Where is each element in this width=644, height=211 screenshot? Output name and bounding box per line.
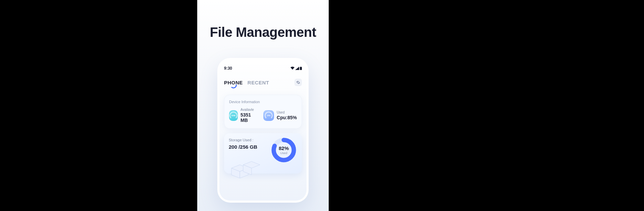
cpu-label: Used [277, 111, 297, 114]
ram-label: Availavle [240, 108, 256, 112]
ram-icon: RAM [229, 110, 238, 121]
wifi-icon [290, 67, 294, 70]
cpu-icon: CPU [263, 110, 274, 121]
tab-recent[interactable]: RECENT [248, 80, 269, 85]
app-promo-panel: File Management 9:30 PHONE RECENT Device [197, 0, 329, 211]
device-info-title: Device Information [229, 100, 297, 104]
device-info-card: Device Information RAM Availavle 5351 MB [224, 95, 302, 129]
tab-bar: PHONE RECENT [224, 79, 302, 86]
status-bar: 9:30 [224, 64, 302, 73]
ram-metric: RAM Availavle 5351 MB [229, 108, 256, 123]
tab-phone[interactable]: PHONE [224, 80, 243, 85]
storage-illustration-icon [228, 158, 262, 178]
svg-rect-0 [300, 67, 302, 70]
storage-percent: 82% [279, 145, 289, 151]
storage-card: Storage Used : 200 /256 GB 82% Used [224, 133, 302, 173]
ram-value: 5351 MB [240, 112, 256, 123]
storage-percent-label: Used [280, 151, 287, 155]
cpu-metric: CPU Used Cpu:85% [263, 108, 297, 123]
status-icons [290, 67, 302, 70]
page-title: File Management [210, 25, 316, 40]
status-time: 9:30 [224, 66, 232, 71]
storage-donut-chart: 82% Used [270, 137, 297, 163]
svg-rect-1 [301, 67, 301, 67]
signal-icon [295, 67, 299, 70]
settings-button[interactable] [294, 79, 302, 86]
battery-icon [300, 67, 302, 70]
phone-mockup: 9:30 PHONE RECENT Device Information [219, 60, 307, 201]
cpu-value: Cpu:85% [277, 115, 297, 120]
gear-icon [296, 80, 300, 84]
